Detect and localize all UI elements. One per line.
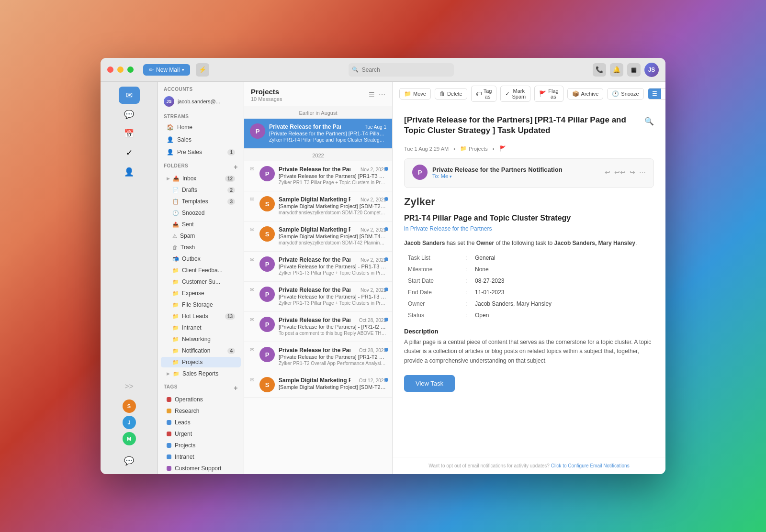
- tag-item-urgent[interactable]: Urgent: [161, 429, 241, 439]
- sidebar-item-chat[interactable]: 💬: [119, 106, 140, 123]
- nav-item-sales[interactable]: 👤 Sales: [161, 134, 241, 145]
- close-button[interactable]: [107, 66, 113, 73]
- envelope-icon-8: ✉: [250, 347, 254, 353]
- nav-item-home[interactable]: 🏠 Home: [161, 122, 241, 133]
- inbox-icon: 📥: [173, 176, 180, 182]
- configure-notifications-link[interactable]: Click to Configure Email Notifications: [551, 463, 630, 468]
- list-view-button[interactable]: ☰: [648, 89, 661, 99]
- more-actions-icon[interactable]: ⋯: [639, 168, 646, 176]
- folder-item-projects[interactable]: 📁 Projects: [161, 357, 241, 367]
- mini-avatar-2[interactable]: J: [123, 416, 136, 429]
- bell-icon[interactable]: 🔔: [610, 63, 623, 77]
- folder-item-client-feedback[interactable]: 📁 Client Feedba...: [161, 265, 241, 276]
- email-header-row-7: Private Release for the Partners N Oct 2…: [279, 317, 386, 323]
- folder-item-outbox[interactable]: 📬 Outbox: [161, 254, 241, 264]
- folder-item-notification[interactable]: 📁 Notification 4: [161, 345, 241, 356]
- sidebar-item-calendar[interactable]: 📅: [119, 125, 140, 142]
- email-item-9[interactable]: ✉ S Sample Digital Marketing Project I O…: [244, 372, 392, 398]
- tag-item-customer-support[interactable]: Customer Support: [161, 463, 241, 474]
- reply-all-icon[interactable]: ↩↩: [614, 168, 626, 176]
- maximize-button[interactable]: [127, 66, 134, 73]
- email-item-1[interactable]: P Private Release for the Partners Noti …: [244, 119, 392, 149]
- snooze-button[interactable]: 🕐 Snooze: [607, 88, 643, 100]
- email-brand: Zylker: [404, 196, 654, 208]
- folder-item-sales-reports[interactable]: ▶ 📁 Sales Reports: [161, 368, 241, 379]
- tag-item-leads[interactable]: Leads: [161, 417, 241, 428]
- new-mail-button[interactable]: ✏ New Mail ▾: [143, 64, 190, 76]
- account-item[interactable]: JS jacob.sanders@...: [158, 94, 244, 109]
- folder-item-templates[interactable]: 📋 Templates 3: [161, 196, 241, 207]
- email-preview-2: Zylker PR1-T3 Pillar Page + Topic Cluste…: [279, 179, 386, 186]
- sidebar-item-mail[interactable]: ✉: [119, 87, 140, 104]
- minimize-button[interactable]: [117, 66, 124, 73]
- nav-item-pre-sales[interactable]: 👤 Pre Sales 1: [161, 146, 241, 158]
- folder-label-projects: Projects: [182, 359, 235, 366]
- mini-avatar-1[interactable]: S: [123, 399, 136, 413]
- email-item-6[interactable]: ✉ P Private Release for the Partners No …: [244, 282, 392, 312]
- view-task-button[interactable]: View Task: [404, 375, 455, 392]
- phone-icon[interactable]: 📞: [593, 63, 606, 77]
- email-header-row-8: Private Release for the Partners N Oct 2…: [279, 347, 386, 354]
- tag-item-operations[interactable]: Operations: [161, 394, 241, 405]
- task-details-table: Task List : General Milestone : None Sta…: [404, 252, 654, 321]
- hot-leads-badge: 13: [225, 313, 235, 320]
- from-to[interactable]: To: Me ▾: [432, 173, 563, 179]
- from-actions: ↩ ↩↩ ↪ ⋯: [605, 168, 646, 176]
- search-input[interactable]: [349, 63, 454, 77]
- add-tag-icon[interactable]: +: [234, 384, 238, 392]
- folder-item-customer-su[interactable]: 📁 Customer Su...: [161, 277, 241, 287]
- folder-item-hot-leads[interactable]: 📁 Hot Leads 13: [161, 311, 241, 321]
- email-item-8[interactable]: ✉ P Private Release for the Partners N O…: [244, 342, 392, 372]
- templates-icon: 📋: [172, 199, 179, 205]
- meta-separator-2: •: [493, 146, 495, 152]
- sidebar-item-feedback[interactable]: 💬: [119, 452, 140, 469]
- email-subject-7: [Private Release for the Partners] - [PR…: [279, 324, 386, 330]
- move-button[interactable]: 📁 Move: [399, 88, 431, 100]
- add-folder-icon[interactable]: +: [234, 163, 238, 171]
- tag-item-intranet[interactable]: Intranet: [161, 452, 241, 462]
- detail-header-search-icon[interactable]: 🔍: [644, 117, 654, 126]
- tag-as-button[interactable]: 🏷 Tag as: [471, 86, 497, 102]
- tag-item-research[interactable]: Research: [161, 406, 241, 416]
- sidebar-item-contacts[interactable]: 👤: [119, 163, 140, 180]
- task-project-link[interactable]: in Private Release for the Partners: [404, 225, 654, 232]
- flag-as-button[interactable]: 🚩 Flag as: [534, 86, 563, 102]
- email-meta-folder: 📁 Projects: [460, 145, 488, 152]
- folder-item-drafts[interactable]: 📄 Drafts 2: [161, 185, 241, 195]
- forward-icon[interactable]: ↪: [630, 168, 635, 176]
- more-icon[interactable]: ⋯: [379, 91, 385, 99]
- archive-button[interactable]: 📦 Archive: [567, 88, 604, 100]
- check-view-button[interactable]: ✓: [661, 89, 665, 99]
- email-item-7[interactable]: ✉ P Private Release for the Partners N O…: [244, 312, 392, 342]
- projects-icon: 📁: [172, 359, 179, 366]
- folder-item-file-storage[interactable]: 📁 File Storage: [161, 299, 241, 310]
- lightning-icon[interactable]: ⚡: [196, 63, 209, 77]
- folder-item-networking[interactable]: 📁 Networking: [161, 334, 241, 344]
- mini-avatar-3[interactable]: M: [123, 432, 136, 445]
- email-time-5: Nov 2, 2022: [360, 257, 386, 263]
- tag-item-projects[interactable]: Projects: [161, 440, 241, 451]
- folder-item-inbox[interactable]: ▶ 📥 Inbox 12: [161, 173, 241, 184]
- expand-icon[interactable]: >>: [121, 380, 137, 393]
- email-item-2[interactable]: ✉ P Private Release for the Partners No …: [244, 161, 392, 191]
- email-item-4[interactable]: ✉ S Sample Digital Marketing Project N N…: [244, 222, 392, 252]
- email-subject-3: [Sample Digital Marketing Project] [SDM-…: [279, 203, 386, 209]
- grid-icon[interactable]: ▦: [627, 63, 641, 77]
- sidebar-item-tasks[interactable]: ✓: [119, 144, 140, 161]
- reply-icon[interactable]: ↩: [605, 168, 610, 176]
- folder-item-snoozed[interactable]: 🕐 Snoozed: [161, 208, 241, 218]
- email-preview-3: marydothansleyzylkerdotcom SDM-T20 Compe…: [279, 210, 386, 216]
- folder-item-expense[interactable]: 📁 Expense: [161, 288, 241, 299]
- folder-item-sent[interactable]: 📤 Sent: [161, 219, 241, 230]
- email-item-5[interactable]: ✉ P Private Release for the Partners No …: [244, 252, 392, 282]
- filter-icon[interactable]: ☰: [369, 91, 375, 99]
- envelope-icon-6: ✉: [250, 287, 254, 293]
- folder-item-intranet[interactable]: 📁 Intranet: [161, 322, 241, 333]
- folder-item-spam[interactable]: ⚠ Spam: [161, 231, 241, 241]
- folder-item-trash[interactable]: 🗑 Trash: [161, 242, 241, 253]
- folder-label-notification: Notification: [182, 347, 225, 354]
- mark-spam-button[interactable]: ✓ Mark Spam: [500, 86, 530, 102]
- user-avatar[interactable]: JS: [644, 63, 659, 77]
- delete-button[interactable]: 🗑 Delete: [435, 88, 467, 100]
- email-item-3[interactable]: ✉ S Sample Digital Marketing Project N N…: [244, 191, 392, 222]
